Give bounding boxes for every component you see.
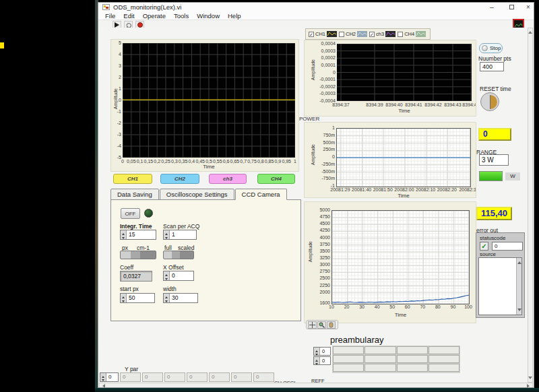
zoom-tool-button[interactable] xyxy=(317,321,326,329)
legend-checkbox[interactable] xyxy=(398,32,403,37)
integr-time-spinner[interactable] xyxy=(121,230,127,239)
menu-edit[interactable]: Edit xyxy=(119,12,138,20)
scroll-up-icon[interactable] xyxy=(528,29,532,34)
plot-style-icon[interactable] xyxy=(416,31,426,37)
start-px-input[interactable]: 50 xyxy=(120,293,155,303)
preamb-index-0-value[interactable]: 0 xyxy=(320,348,330,355)
array-cell[interactable] xyxy=(397,355,428,363)
vertical-scrollbar[interactable] xyxy=(528,28,533,383)
reset-time-knob[interactable] xyxy=(480,92,499,111)
plot-style-icon[interactable] xyxy=(327,31,337,37)
error-status-checkbox[interactable]: ✓ xyxy=(480,242,488,251)
array-cell[interactable] xyxy=(364,355,395,363)
channel-button-ch3[interactable]: ch3 xyxy=(209,174,247,184)
width-input[interactable]: 30 xyxy=(163,293,198,303)
tab-ccd-camera[interactable]: CCD Camera xyxy=(235,189,287,200)
channel-button-ch2[interactable]: CH2 xyxy=(160,174,199,184)
scroll-right-icon[interactable] xyxy=(527,384,532,388)
minimize-button[interactable]: – xyxy=(485,3,499,11)
start-px-spinner[interactable] xyxy=(121,294,127,302)
array-cell[interactable] xyxy=(397,346,428,354)
menu-help[interactable]: Help xyxy=(224,12,245,20)
title-bar[interactable]: ODS_monitoring(Lex).vi – × xyxy=(98,3,534,11)
ccd-status-led[interactable] xyxy=(144,209,153,218)
maximize-button[interactable] xyxy=(505,3,518,11)
array-cell[interactable] xyxy=(397,364,428,372)
x-offset-spinner[interactable] xyxy=(164,271,170,280)
y-par-index-spinner[interactable] xyxy=(100,373,106,381)
source-scrollbar[interactable] xyxy=(516,258,521,315)
power-plot-area[interactable] xyxy=(336,128,471,187)
preamb-index-1-spinner[interactable] xyxy=(314,357,320,364)
preamb-index-0-spinner[interactable] xyxy=(314,348,320,355)
ccd-off-button[interactable]: OFF xyxy=(121,208,140,219)
array-cell[interactable] xyxy=(429,364,459,372)
error-source-textarea[interactable] xyxy=(478,257,522,315)
width-value[interactable]: 30 xyxy=(170,294,197,302)
y-par-cell[interactable]: 0 xyxy=(253,372,274,382)
x-offset-value[interactable]: 0 xyxy=(170,271,193,280)
start-px-value[interactable]: 50 xyxy=(127,294,154,302)
plot-style-icon[interactable] xyxy=(357,31,367,37)
array-cell[interactable] xyxy=(429,355,459,363)
plot-style-icon[interactable] xyxy=(385,31,395,37)
x-offset-input[interactable]: 0 xyxy=(163,271,194,281)
array-cell[interactable] xyxy=(333,355,364,363)
y-par-index[interactable]: 0 xyxy=(100,372,119,382)
scan-per-acq-input[interactable]: 1 xyxy=(163,230,197,240)
number-pts-input[interactable]: 400 xyxy=(480,62,504,71)
legend-item-ch4[interactable]: CH4 xyxy=(398,31,426,37)
scroll-down-icon[interactable] xyxy=(528,377,532,381)
legend-checkbox[interactable]: ✓ xyxy=(369,32,375,37)
y-par-cell[interactable]: 0 xyxy=(187,372,208,382)
array-cell[interactable] xyxy=(429,346,459,354)
integr-time-value[interactable]: 15 xyxy=(127,230,156,239)
ccd-plot-area[interactable] xyxy=(331,210,470,304)
stop-button[interactable]: Stop xyxy=(479,43,503,53)
array-cell[interactable] xyxy=(364,364,395,372)
tab-data-saving[interactable]: Data Saving xyxy=(110,189,159,200)
y-par-cell[interactable]: 0 xyxy=(120,372,141,382)
y-par-index-value[interactable]: 0 xyxy=(106,373,118,381)
px-cm1-switch[interactable] xyxy=(120,251,156,259)
menu-file[interactable]: File xyxy=(101,12,119,20)
close-button[interactable]: × xyxy=(521,3,534,11)
array-cell[interactable] xyxy=(333,364,364,372)
y-par-cell[interactable]: 0 xyxy=(142,372,163,382)
menu-operate[interactable]: Operate xyxy=(139,12,170,20)
error-code-field[interactable]: 0 xyxy=(492,242,523,251)
channel-button-ch4[interactable]: CH4 xyxy=(257,174,295,184)
legend-item-ch3[interactable]: ✓ch3 xyxy=(369,31,395,37)
y-par-cell[interactable]: 0 xyxy=(209,372,230,382)
legend-item-ch2[interactable]: CH2 xyxy=(339,31,367,37)
channel-button-ch1[interactable]: CH1 xyxy=(113,174,152,184)
scan-per-acq-spinner[interactable] xyxy=(164,230,170,239)
legend-checkbox[interactable]: ✓ xyxy=(309,32,314,37)
preamb-index-1-value[interactable]: 0 xyxy=(320,357,330,364)
cursor-tool-button[interactable] xyxy=(308,321,317,329)
menu-tools[interactable]: Tools xyxy=(170,12,193,20)
w-indicator-led[interactable] xyxy=(479,171,503,181)
integr-time-input[interactable]: 15 xyxy=(120,230,156,240)
tab-oscilloscope-settings[interactable]: Oscilloscope Settings xyxy=(160,189,234,200)
range-select[interactable]: 3 W xyxy=(479,154,509,166)
preamb-index-1[interactable]: 0 xyxy=(313,356,331,365)
scroll-up-icon[interactable] xyxy=(517,259,521,264)
horizontal-scrollbar[interactable] xyxy=(99,383,533,388)
monitor-plot-area[interactable] xyxy=(337,44,472,101)
legend-checkbox[interactable] xyxy=(339,32,344,37)
oscilloscope-plot-area[interactable] xyxy=(123,43,295,158)
menu-window[interactable]: Window xyxy=(193,12,224,20)
array-cell[interactable] xyxy=(364,346,395,354)
full-scaled-switch[interactable] xyxy=(163,251,194,259)
scan-per-acq-value[interactable]: 1 xyxy=(170,230,196,239)
legend-item-ch1[interactable]: ✓CH1 xyxy=(309,31,337,37)
pan-tool-button[interactable] xyxy=(327,321,336,329)
array-cell[interactable] xyxy=(333,346,364,354)
preamb-index-0[interactable]: 0 xyxy=(313,347,331,356)
scroll-down-icon[interactable] xyxy=(517,308,521,313)
y-par-cell[interactable]: 0 xyxy=(231,372,252,382)
scroll-left-icon[interactable] xyxy=(100,384,105,388)
y-par-cell[interactable]: 0 xyxy=(164,372,185,382)
width-spinner[interactable] xyxy=(164,294,170,302)
